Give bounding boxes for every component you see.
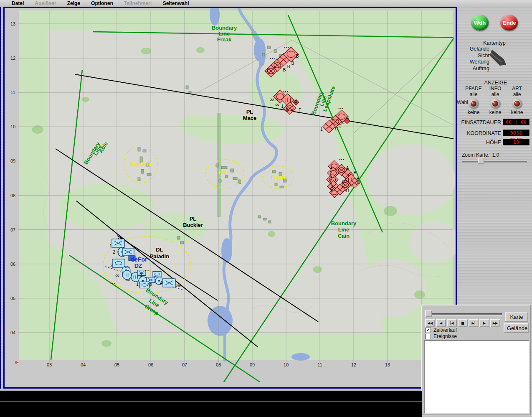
map-label: B bbox=[287, 64, 290, 69]
kartentyp-item-gelaende[interactable]: Gelände bbox=[458, 46, 489, 53]
unit-symbol-blue[interactable] bbox=[163, 279, 175, 287]
menu-seitenwahl[interactable]: Seitenwahl bbox=[163, 0, 189, 6]
pfade-alle-label: alle bbox=[464, 92, 484, 97]
zeitverlauf-label: Zeitverlauf bbox=[433, 327, 457, 333]
map-label: DZ bbox=[134, 262, 142, 269]
play-button[interactable]: ▶ bbox=[479, 319, 489, 327]
svg-text:13: 13 bbox=[385, 362, 390, 367]
unit-symbol-blue[interactable] bbox=[112, 259, 125, 267]
time-slider-track[interactable] bbox=[426, 313, 502, 315]
svg-text:12: 12 bbox=[10, 56, 15, 61]
zoom-slider-handle[interactable] bbox=[478, 158, 484, 164]
fast-forward-button[interactable]: ▶▶ bbox=[490, 319, 500, 327]
kartentyp-item-wertung[interactable]: Wertung bbox=[458, 59, 489, 66]
step-back-button[interactable]: |◀ bbox=[447, 319, 457, 327]
map-label: C bbox=[341, 120, 344, 125]
menu-teilnehmer: Teilnehmer: bbox=[124, 0, 152, 6]
zoom-karte-value: 1.0 bbox=[492, 152, 499, 158]
svg-text:10: 10 bbox=[10, 124, 15, 129]
map-label: 33-co bbox=[270, 98, 280, 102]
map-label: 2 bbox=[331, 188, 333, 193]
map-label: Line bbox=[219, 31, 230, 37]
art-knob[interactable] bbox=[512, 99, 522, 109]
kartentyp-item-auftrag[interactable]: Auftrag bbox=[458, 66, 489, 72]
info-knob[interactable] bbox=[490, 99, 500, 109]
kartentyp-item-sicht[interactable]: Sicht bbox=[458, 53, 489, 59]
svg-text:03: 03 bbox=[47, 362, 52, 367]
map-label: D bbox=[346, 188, 349, 193]
svg-text:11: 11 bbox=[317, 362, 322, 367]
map-label: Halo bbox=[218, 169, 230, 175]
map-label: G bbox=[346, 116, 349, 120]
svg-text:09: 09 bbox=[10, 158, 15, 163]
ende-button[interactable]: Ende bbox=[500, 15, 518, 31]
svg-text:08: 08 bbox=[216, 362, 221, 367]
svg-text:07: 07 bbox=[182, 362, 187, 367]
map-label: • • • bbox=[118, 237, 123, 240]
kartentyp-title: Kartentyp bbox=[479, 40, 510, 46]
map-label: D bbox=[357, 180, 360, 185]
map-label: co bbox=[275, 102, 279, 107]
stop-button[interactable]: ■ bbox=[458, 319, 468, 327]
hoehe-label: HÖHE bbox=[454, 140, 501, 145]
map-label: 1 bbox=[109, 244, 112, 248]
ereignisse-checkbox[interactable] bbox=[426, 334, 431, 339]
zoom-slider-track[interactable] bbox=[462, 161, 527, 163]
menu-datei[interactable]: Datei bbox=[12, 0, 24, 6]
info-label: INFO bbox=[485, 86, 505, 92]
map-label: • • • bbox=[124, 266, 129, 269]
map-label: 1 bbox=[136, 282, 139, 287]
map-label: • • • bbox=[339, 158, 344, 161]
map-label: A bbox=[154, 274, 157, 278]
anzeige-title: ANZEIGE bbox=[480, 80, 511, 86]
map-label: B bbox=[283, 68, 286, 72]
tactical-map[interactable]: 1312111009080706050403040506070809101112… bbox=[5, 8, 456, 387]
gelaende-button[interactable]: Gelände bbox=[504, 323, 529, 333]
event-listbox[interactable] bbox=[424, 340, 529, 414]
koordinate-display: 0932 0543 bbox=[503, 130, 529, 136]
svg-text:13: 13 bbox=[10, 21, 15, 26]
anzeige-col-art: ART alle keine bbox=[507, 86, 527, 115]
map-label: 2 bbox=[110, 263, 113, 268]
map-label: • • • bbox=[283, 90, 288, 93]
pfade-label: PFADE bbox=[464, 86, 484, 92]
unit-symbol-blue[interactable] bbox=[122, 248, 134, 256]
map-label: Line bbox=[338, 226, 350, 233]
map-label: PL bbox=[190, 216, 197, 222]
map-label: Cain bbox=[338, 233, 350, 239]
map-label: deFor bbox=[131, 256, 147, 263]
pfade-knob[interactable] bbox=[469, 99, 479, 109]
map-label: 4 bbox=[160, 281, 162, 285]
step-forward-button[interactable]: ▶| bbox=[469, 319, 479, 327]
koordinate-label: KOORDINATE bbox=[454, 130, 501, 136]
menu-zeige[interactable]: Zeige bbox=[67, 0, 80, 6]
map-label: Boundary bbox=[331, 220, 357, 226]
map-label: 2 bbox=[286, 108, 288, 112]
svg-text:12: 12 bbox=[351, 362, 356, 367]
zeitverlauf-checkbox[interactable]: ✓ bbox=[426, 328, 431, 333]
menu-optionen[interactable]: Optionen bbox=[91, 0, 113, 6]
menu-bar: Datei Auslöser Zeige Optionen Teilnehmer… bbox=[0, 0, 532, 7]
play-back-button[interactable]: ◀ bbox=[436, 319, 446, 327]
map-label: DL bbox=[156, 247, 163, 253]
wdh-button[interactable]: Wdh bbox=[471, 15, 489, 31]
karte-button[interactable]: Karte bbox=[505, 312, 528, 322]
svg-text:06: 06 bbox=[148, 362, 153, 367]
pen-cursor-icon bbox=[485, 47, 509, 67]
wahl-label: Wahl bbox=[457, 99, 468, 105]
map-label: A3 bbox=[147, 282, 152, 287]
time-slider-handle[interactable] bbox=[425, 310, 432, 317]
art-alle-label: alle bbox=[507, 92, 527, 97]
menu-ausloeser: Auslöser bbox=[35, 0, 56, 6]
unit-symbol-blue[interactable] bbox=[112, 239, 124, 247]
map-label: • • • bbox=[270, 57, 275, 60]
svg-text:05: 05 bbox=[114, 362, 119, 367]
zoom-karte-label: Zoom Karte: 1.0 bbox=[462, 152, 499, 158]
einsatzdauer-display: 00 : 00 bbox=[503, 119, 529, 125]
ereignisse-label: Ereignisse bbox=[433, 333, 457, 339]
rewind-button[interactable]: ◀◀ bbox=[425, 319, 435, 327]
hoehe-display: 18 bbox=[503, 139, 529, 145]
svg-text:11: 11 bbox=[10, 90, 15, 95]
map-label: PL bbox=[246, 109, 253, 115]
map-label: A bbox=[346, 166, 349, 170]
